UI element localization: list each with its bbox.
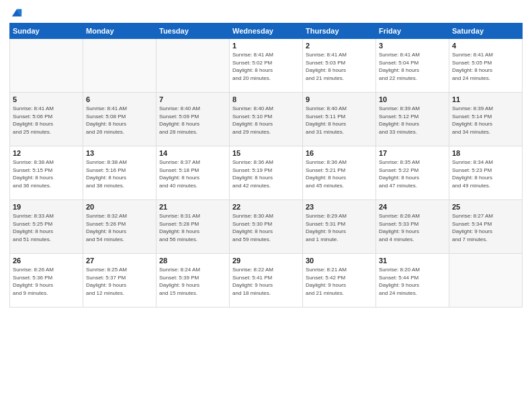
day-number: 23 — [306, 203, 373, 211]
calendar-week-row: 12Sunrise: 8:38 AM Sunset: 5:15 PM Dayli… — [10, 146, 523, 200]
day-info: Sunrise: 8:33 AM Sunset: 5:25 PM Dayligh… — [13, 212, 80, 243]
calendar-cell: 25Sunrise: 8:27 AM Sunset: 5:34 PM Dayli… — [449, 200, 523, 254]
day-number: 29 — [232, 257, 300, 265]
day-info: Sunrise: 8:20 AM Sunset: 5:44 PM Dayligh… — [379, 266, 446, 297]
calendar-cell: 13Sunrise: 8:38 AM Sunset: 5:16 PM Dayli… — [83, 146, 157, 200]
day-info: Sunrise: 8:39 AM Sunset: 5:14 PM Dayligh… — [452, 105, 519, 136]
day-number: 20 — [86, 203, 153, 211]
day-info: Sunrise: 8:40 AM Sunset: 5:09 PM Dayligh… — [159, 105, 226, 136]
day-number: 9 — [306, 95, 373, 103]
day-number: 18 — [452, 149, 519, 157]
weekday-header-saturday: Saturday — [449, 24, 523, 39]
logo — [9, 7, 23, 19]
calendar-cell: 7Sunrise: 8:40 AM Sunset: 5:09 PM Daylig… — [157, 93, 230, 146]
calendar-cell: 21Sunrise: 8:31 AM Sunset: 5:28 PM Dayli… — [157, 200, 230, 254]
weekday-header-friday: Friday — [376, 24, 449, 39]
calendar-cell: 2Sunrise: 8:41 AM Sunset: 5:03 PM Daylig… — [303, 39, 376, 93]
day-info: Sunrise: 8:40 AM Sunset: 5:10 PM Dayligh… — [232, 105, 300, 136]
calendar-cell: 18Sunrise: 8:34 AM Sunset: 5:23 PM Dayli… — [449, 146, 523, 200]
calendar-cell: 4Sunrise: 8:41 AM Sunset: 5:05 PM Daylig… — [449, 39, 523, 93]
day-number: 19 — [13, 203, 80, 211]
day-info: Sunrise: 8:38 AM Sunset: 5:16 PM Dayligh… — [86, 158, 153, 189]
day-info: Sunrise: 8:34 AM Sunset: 5:23 PM Dayligh… — [452, 158, 519, 189]
calendar-cell: 20Sunrise: 8:32 AM Sunset: 5:26 PM Dayli… — [83, 200, 157, 254]
day-number: 5 — [13, 95, 80, 103]
calendar-cell: 19Sunrise: 8:33 AM Sunset: 5:25 PM Dayli… — [10, 200, 83, 254]
weekday-header-thursday: Thursday — [303, 24, 376, 39]
day-info: Sunrise: 8:26 AM Sunset: 5:36 PM Dayligh… — [13, 266, 80, 297]
day-number: 14 — [159, 149, 226, 157]
day-number: 7 — [159, 95, 226, 103]
calendar-cell: 26Sunrise: 8:26 AM Sunset: 5:36 PM Dayli… — [10, 254, 83, 308]
calendar-cell — [157, 39, 230, 93]
calendar-cell: 15Sunrise: 8:36 AM Sunset: 5:19 PM Dayli… — [230, 146, 303, 200]
calendar-cell: 27Sunrise: 8:25 AM Sunset: 5:37 PM Dayli… — [83, 254, 157, 308]
day-info: Sunrise: 8:36 AM Sunset: 5:19 PM Dayligh… — [232, 158, 300, 189]
day-number: 31 — [379, 257, 446, 265]
day-number: 6 — [86, 95, 153, 103]
calendar-cell: 11Sunrise: 8:39 AM Sunset: 5:14 PM Dayli… — [449, 93, 523, 146]
weekday-header-monday: Monday — [83, 24, 157, 39]
calendar-cell: 6Sunrise: 8:41 AM Sunset: 5:08 PM Daylig… — [83, 93, 157, 146]
calendar-cell: 16Sunrise: 8:36 AM Sunset: 5:21 PM Dayli… — [303, 146, 376, 200]
day-number: 21 — [159, 203, 226, 211]
calendar-cell: 29Sunrise: 8:22 AM Sunset: 5:41 PM Dayli… — [230, 254, 303, 308]
calendar-cell: 28Sunrise: 8:24 AM Sunset: 5:39 PM Dayli… — [157, 254, 230, 308]
day-number: 30 — [306, 257, 373, 265]
day-number: 11 — [452, 95, 519, 103]
calendar-cell: 24Sunrise: 8:28 AM Sunset: 5:33 PM Dayli… — [376, 200, 449, 254]
calendar-cell: 30Sunrise: 8:21 AM Sunset: 5:42 PM Dayli… — [303, 254, 376, 308]
calendar-cell: 22Sunrise: 8:30 AM Sunset: 5:30 PM Dayli… — [230, 200, 303, 254]
calendar-cell: 23Sunrise: 8:29 AM Sunset: 5:31 PM Dayli… — [303, 200, 376, 254]
day-number: 26 — [13, 257, 80, 265]
day-info: Sunrise: 8:38 AM Sunset: 5:15 PM Dayligh… — [13, 158, 80, 189]
calendar-cell: 8Sunrise: 8:40 AM Sunset: 5:10 PM Daylig… — [230, 93, 303, 146]
weekday-header-row: SundayMondayTuesdayWednesdayThursdayFrid… — [10, 24, 523, 39]
calendar-cell: 14Sunrise: 8:37 AM Sunset: 5:18 PM Dayli… — [157, 146, 230, 200]
calendar-table: SundayMondayTuesdayWednesdayThursdayFrid… — [9, 23, 523, 308]
day-number: 27 — [86, 257, 153, 265]
day-info: Sunrise: 8:39 AM Sunset: 5:12 PM Dayligh… — [379, 105, 446, 136]
header — [9, 7, 523, 19]
day-info: Sunrise: 8:35 AM Sunset: 5:22 PM Dayligh… — [379, 158, 446, 189]
calendar-cell: 1Sunrise: 8:41 AM Sunset: 5:02 PM Daylig… — [230, 39, 303, 93]
day-info: Sunrise: 8:24 AM Sunset: 5:39 PM Dayligh… — [159, 266, 226, 297]
calendar-cell — [83, 39, 157, 93]
day-info: Sunrise: 8:31 AM Sunset: 5:28 PM Dayligh… — [159, 212, 226, 243]
day-info: Sunrise: 8:41 AM Sunset: 5:04 PM Dayligh… — [379, 51, 446, 82]
calendar-cell: 9Sunrise: 8:40 AM Sunset: 5:11 PM Daylig… — [303, 93, 376, 146]
calendar-cell: 12Sunrise: 8:38 AM Sunset: 5:15 PM Dayli… — [10, 146, 83, 200]
day-info: Sunrise: 8:25 AM Sunset: 5:37 PM Dayligh… — [86, 266, 153, 297]
calendar-cell: 17Sunrise: 8:35 AM Sunset: 5:22 PM Dayli… — [376, 146, 449, 200]
day-number: 2 — [306, 42, 373, 50]
day-info: Sunrise: 8:36 AM Sunset: 5:21 PM Dayligh… — [306, 158, 373, 189]
day-info: Sunrise: 8:32 AM Sunset: 5:26 PM Dayligh… — [86, 212, 153, 243]
day-number: 13 — [86, 149, 153, 157]
day-info: Sunrise: 8:41 AM Sunset: 5:02 PM Dayligh… — [232, 51, 300, 82]
calendar-cell — [449, 254, 523, 308]
day-number: 4 — [452, 42, 519, 50]
day-info: Sunrise: 8:21 AM Sunset: 5:42 PM Dayligh… — [306, 266, 373, 297]
calendar-cell: 5Sunrise: 8:41 AM Sunset: 5:06 PM Daylig… — [10, 93, 83, 146]
day-number: 3 — [379, 42, 446, 50]
calendar-cell — [10, 39, 83, 93]
day-info: Sunrise: 8:41 AM Sunset: 5:03 PM Dayligh… — [306, 51, 373, 82]
calendar-week-row: 5Sunrise: 8:41 AM Sunset: 5:06 PM Daylig… — [10, 93, 523, 146]
page: SundayMondayTuesdayWednesdayThursdayFrid… — [0, 0, 532, 411]
calendar-week-row: 1Sunrise: 8:41 AM Sunset: 5:02 PM Daylig… — [10, 39, 523, 93]
day-number: 17 — [379, 149, 446, 157]
day-info: Sunrise: 8:41 AM Sunset: 5:05 PM Dayligh… — [452, 51, 519, 82]
day-info: Sunrise: 8:27 AM Sunset: 5:34 PM Dayligh… — [452, 212, 519, 243]
calendar-week-row: 19Sunrise: 8:33 AM Sunset: 5:25 PM Dayli… — [10, 200, 523, 254]
day-info: Sunrise: 8:40 AM Sunset: 5:11 PM Dayligh… — [306, 105, 373, 136]
day-number: 16 — [306, 149, 373, 157]
day-number: 10 — [379, 95, 446, 103]
day-number: 15 — [232, 149, 300, 157]
day-info: Sunrise: 8:30 AM Sunset: 5:30 PM Dayligh… — [232, 212, 300, 243]
day-info: Sunrise: 8:29 AM Sunset: 5:31 PM Dayligh… — [306, 212, 373, 243]
day-number: 1 — [232, 42, 300, 50]
calendar-cell: 31Sunrise: 8:20 AM Sunset: 5:44 PM Dayli… — [376, 254, 449, 308]
day-info: Sunrise: 8:28 AM Sunset: 5:33 PM Dayligh… — [379, 212, 446, 243]
day-number: 8 — [232, 95, 300, 103]
logo-icon — [11, 7, 23, 19]
